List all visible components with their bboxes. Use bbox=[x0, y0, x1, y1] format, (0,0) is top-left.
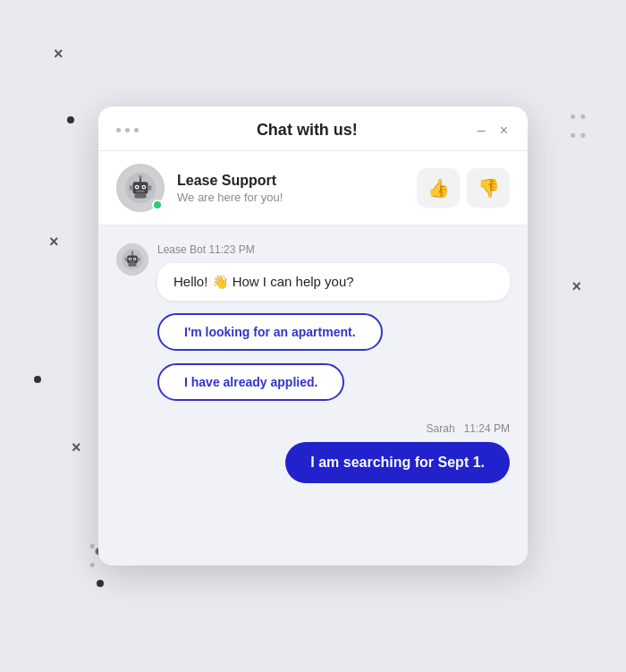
chat-window: Chat with us! – × bbox=[98, 106, 528, 566]
bot-message-row: Lease Bot 11:23 PM Hello! 👋 How I can he… bbox=[116, 243, 510, 401]
header-dot-2 bbox=[125, 128, 130, 132]
decor-dots-right: • •• • bbox=[570, 107, 586, 145]
svg-rect-22 bbox=[138, 258, 140, 261]
agent-subtitle: We are here for you! bbox=[177, 191, 404, 204]
decor-cross-3: × bbox=[72, 438, 81, 457]
svg-rect-11 bbox=[134, 194, 146, 199]
bot-message-time: 11:23 PM bbox=[208, 243, 254, 256]
decor-cross-2: × bbox=[49, 233, 59, 251]
bot-message-content: Lease Bot 11:23 PM Hello! 👋 How I can he… bbox=[157, 243, 510, 401]
svg-rect-18 bbox=[130, 261, 136, 262]
svg-point-16 bbox=[130, 259, 131, 260]
quick-reply-applied[interactable]: I have already applied. bbox=[157, 363, 344, 401]
rating-buttons: 👍 👎 bbox=[417, 168, 510, 208]
agent-info: Lease Support We are here for you! bbox=[177, 173, 404, 204]
user-bubble: I am searching for Sept 1. bbox=[285, 442, 510, 483]
thumbup-button[interactable]: 👍 bbox=[417, 168, 460, 208]
bot-sender-name: Lease Bot bbox=[157, 243, 206, 256]
thumbdown-button[interactable]: 👎 bbox=[467, 168, 510, 208]
svg-rect-10 bbox=[148, 185, 152, 191]
user-sender-time: Sarah 11:24 PM bbox=[427, 422, 510, 435]
thumbdown-icon: 👎 bbox=[478, 177, 500, 199]
svg-point-8 bbox=[139, 175, 142, 179]
decor-dot-1 bbox=[67, 116, 74, 123]
svg-point-5 bbox=[143, 186, 145, 188]
header-bar: Chat with us! – × bbox=[98, 106, 528, 151]
agent-name: Lease Support bbox=[177, 173, 404, 189]
svg-point-20 bbox=[131, 251, 134, 253]
svg-rect-9 bbox=[130, 185, 133, 191]
close-button[interactable]: × bbox=[498, 122, 510, 140]
user-message-row: Sarah 11:24 PM I am searching for Sept 1… bbox=[116, 422, 510, 483]
svg-rect-6 bbox=[136, 191, 145, 192]
svg-point-4 bbox=[136, 186, 138, 188]
decor-cross-4: × bbox=[571, 277, 581, 296]
header-controls: – × bbox=[476, 122, 510, 140]
thumbup-icon: 👍 bbox=[427, 177, 450, 199]
agent-avatar-wrap bbox=[116, 164, 165, 212]
bot-sender-time: Lease Bot 11:23 PM bbox=[157, 243, 510, 256]
svg-rect-23 bbox=[128, 264, 136, 267]
quick-reply-apartment[interactable]: I'm looking for an apartment. bbox=[157, 313, 383, 351]
agent-bar: Lease Support We are here for you! 👍 👎 bbox=[98, 151, 528, 225]
header-dot-1 bbox=[116, 128, 121, 132]
user-message-time: 11:24 PM bbox=[464, 422, 510, 435]
chat-area: Lease Bot 11:23 PM Hello! 👋 How I can he… bbox=[98, 225, 528, 566]
decor-dot-3 bbox=[97, 580, 104, 587]
decor-cross-1: × bbox=[54, 45, 63, 64]
header-dots bbox=[116, 128, 139, 132]
decor-dot-2 bbox=[34, 376, 41, 383]
chat-title: Chat with us! bbox=[139, 121, 476, 140]
online-indicator bbox=[152, 200, 163, 210]
user-sender-name: Sarah bbox=[427, 422, 455, 435]
bot-bubble: Hello! 👋 How I can help you? bbox=[157, 263, 510, 301]
svg-rect-21 bbox=[125, 258, 128, 261]
svg-point-17 bbox=[134, 259, 136, 260]
minimize-button[interactable]: – bbox=[476, 122, 487, 140]
bot-avatar bbox=[116, 243, 148, 276]
